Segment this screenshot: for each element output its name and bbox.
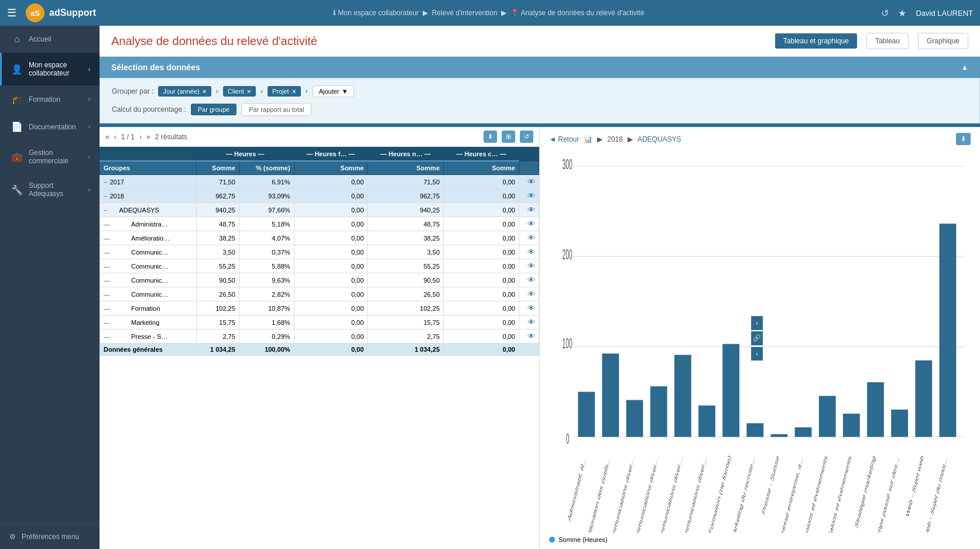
eye-button[interactable]: 👁 (527, 304, 535, 313)
cell-eye[interactable]: 👁 (519, 189, 539, 203)
bar-9[interactable] (771, 434, 788, 437)
group-tag-jour[interactable]: Jour (année) ✕ (158, 86, 211, 97)
history-icon[interactable]: ↺ (881, 8, 889, 19)
cell-eye[interactable]: 👁 (519, 203, 539, 217)
preferences-menu[interactable]: ⚙ Préférences menu (0, 524, 100, 549)
sidebar-item-support-adequasys[interactable]: 🔧 Support Adequasys › (0, 173, 100, 206)
bar-1[interactable] (578, 392, 595, 437)
pct-label: Calcul du pourcentage : (112, 105, 186, 114)
cell-eye[interactable]: 👁 (519, 217, 539, 231)
cell-eye[interactable]: 👁 (519, 231, 539, 245)
bar-8[interactable] (746, 423, 763, 437)
bar-14[interactable] (891, 410, 908, 437)
sidebar-item-gestion-commerciale[interactable]: 💼 Gestion commerciale › (0, 140, 100, 173)
add-group-button[interactable]: Ajouter ▼ (313, 85, 355, 97)
table-area: « ‹ 1 / 1 › » 2 résultats ⬇ ⊞ ↺ (100, 127, 980, 549)
bar-10[interactable] (795, 427, 812, 437)
bar-5[interactable] (674, 355, 691, 437)
table-row: —Amélioratio… 38,25 4,07% 0,00 38,25 0,0… (100, 231, 539, 245)
cell-eye (519, 344, 539, 356)
tab-tableau[interactable]: Tableau (866, 33, 909, 49)
eye-button[interactable]: 👁 (527, 290, 535, 298)
eye-button[interactable]: 👁 (527, 248, 535, 256)
hamburger-menu[interactable]: ☰ (7, 6, 16, 19)
cell-somme3: 71,50 (368, 175, 444, 189)
cell-eye[interactable]: 👁 (519, 259, 539, 273)
next-page-button[interactable]: › (139, 133, 142, 141)
legend-label: Somme (Heures) (558, 536, 608, 543)
group-tag-client[interactable]: Client ✕ (223, 86, 256, 97)
export-icon-button[interactable]: ⬇ (484, 131, 497, 143)
bar-4[interactable] (650, 386, 667, 437)
main-layout: ⌂ Accueil 👤 Mon espace collaborateur › 🎓… (0, 26, 980, 549)
eye-button[interactable]: 👁 (527, 332, 535, 341)
cell-somme3: 1 034,25 (368, 344, 444, 356)
cell-somme1: 38,25 (196, 231, 239, 245)
cell-somme3: 55,25 (368, 259, 444, 273)
bar-3[interactable] (626, 400, 643, 437)
group-tag-client-remove[interactable]: ✕ (246, 88, 251, 95)
tab-tableau-graphique[interactable]: Tableau et graphique (775, 33, 857, 49)
cell-eye[interactable]: 👁 (519, 330, 539, 344)
app-logo: aS (26, 4, 44, 22)
eye-button[interactable]: 👁 (527, 234, 535, 242)
cell-somme2: 0,00 (294, 330, 368, 344)
cell-somme1: 48,75 (196, 217, 239, 231)
sidebar-item-mon-espace[interactable]: 👤 Mon espace collaborateur › (0, 53, 100, 85)
group-tag-projet-remove[interactable]: ✕ (292, 88, 296, 95)
group-tag-projet-label: Projet (272, 88, 289, 95)
cell-pct: 93,09% (239, 189, 294, 203)
svg-text:0: 0 (566, 431, 570, 447)
eye-button[interactable]: 👁 (527, 276, 535, 284)
eye-button[interactable]: 👁 (527, 191, 535, 200)
first-page-button[interactable]: « (105, 133, 109, 141)
cell-eye[interactable]: 👁 (519, 175, 539, 189)
grid-icon-button[interactable]: ⊞ (502, 131, 515, 143)
bar-2[interactable] (602, 354, 619, 437)
chart-back-button[interactable]: ◄ Retour (549, 135, 579, 143)
topbar-right: ↺ ★ David LAURENT (881, 8, 973, 19)
tab-graphique[interactable]: Graphique (918, 33, 968, 49)
pct-par-groupe[interactable]: Par groupe (191, 104, 237, 115)
cell-somme4: 0,00 (444, 203, 519, 217)
sidebar-label-documentation: Documentation (29, 123, 83, 131)
group-tag-jour-remove[interactable]: ✕ (202, 88, 207, 95)
cell-eye[interactable]: 👁 (519, 315, 539, 330)
arrow-icon-2: › (261, 87, 263, 95)
cell-eye[interactable]: 👁 (519, 245, 539, 259)
star-icon[interactable]: ★ (898, 8, 906, 19)
cell-label: −ADEQUASYS (100, 203, 197, 217)
eye-button[interactable]: 👁 (527, 177, 535, 186)
bar-16[interactable] (940, 224, 957, 437)
bar-13[interactable] (867, 382, 884, 437)
group-tag-projet[interactable]: Projet ✕ (268, 86, 301, 97)
col-groupes (100, 147, 197, 162)
cell-somme1: 2,75 (196, 330, 239, 344)
collapse-icon[interactable]: ▲ (961, 63, 968, 71)
chart-download-button[interactable]: ⬇ (956, 133, 971, 145)
cell-eye[interactable]: 👁 (519, 287, 539, 301)
sidebar-item-accueil[interactable]: ⌂ Accueil (0, 26, 100, 53)
prev-page-button[interactable]: ‹ (114, 133, 116, 141)
bar-15[interactable] (915, 361, 932, 437)
bar-6[interactable] (698, 406, 715, 437)
last-page-button[interactable]: » (146, 133, 150, 141)
bar-12[interactable] (843, 414, 860, 437)
eye-button[interactable]: 👁 (527, 318, 535, 327)
refresh-icon-button[interactable]: ↺ (520, 131, 533, 143)
grouper-row: Grouper par : Jour (année) ✕ › Client ✕ … (112, 85, 968, 97)
bar-11[interactable] (819, 396, 836, 437)
sidebar-item-formation[interactable]: 🎓 Formation › (0, 85, 100, 113)
gear-icon: ⚙ (9, 533, 16, 541)
sidebar-item-documentation[interactable]: 📄 Documentation › (0, 113, 100, 140)
cell-eye[interactable]: 👁 (519, 273, 539, 287)
pct-par-rapport[interactable]: Par rapport au total (241, 103, 311, 116)
eye-button[interactable]: 👁 (527, 205, 535, 214)
chevron-right-icon-3: › (88, 123, 90, 130)
eye-button[interactable]: 👁 (527, 219, 535, 228)
eye-button[interactable]: 👁 (527, 262, 535, 270)
cell-eye[interactable]: 👁 (519, 301, 539, 315)
sidebar-label-support-adequasys: Support Adequasys (29, 181, 83, 198)
chart-company[interactable]: ADEQUASYS (638, 135, 681, 143)
bar-7[interactable] (722, 344, 739, 437)
